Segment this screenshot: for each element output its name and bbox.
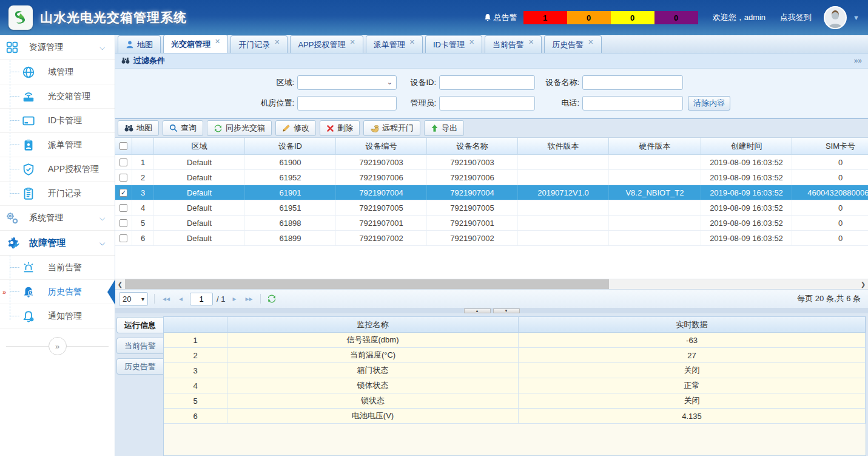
monitor-row[interactable]: 6 电池电压(V) 4.135 [164, 409, 866, 424]
alarm-count-badge[interactable]: 0 [567, 11, 611, 24]
monitor-tab[interactable]: 当前告警 [116, 338, 163, 354]
toolbar-button[interactable]: 导出 [424, 120, 464, 136]
scrollbar-thumb[interactable] [125, 279, 609, 289]
refresh-icon[interactable] [267, 294, 277, 304]
sidebar-item[interactable]: 光交箱管理 [0, 84, 115, 109]
sidebar-section-1[interactable]: 系统管理 ⌵ [0, 206, 115, 231]
close-icon[interactable]: ✕ [215, 33, 220, 50]
monitor-row[interactable]: 4 锁体状态 正常 [164, 378, 866, 393]
row-checkbox[interactable] [119, 158, 127, 166]
next-page-button[interactable]: ▸ [229, 294, 240, 303]
device-name-input[interactable] [582, 75, 683, 90]
last-page-button[interactable]: ▸▸ [243, 294, 254, 303]
expand-up-icon[interactable]: ▲ [464, 308, 491, 313]
column-header[interactable]: SIM卡号 [792, 138, 868, 154]
row-checkbox[interactable] [119, 219, 127, 227]
sidebar-item[interactable]: APP授权管理 [0, 157, 115, 182]
row-checkbox[interactable] [119, 204, 127, 212]
close-icon[interactable]: ✕ [349, 34, 355, 50]
sidebar-section-0[interactable]: 资源管理 ⌵ [0, 35, 115, 60]
column-header[interactable]: 区域 [154, 138, 245, 154]
table-row[interactable]: 2Default61952792190700679219070062019-08… [115, 170, 868, 185]
collapse-panel-icon[interactable]: »» [854, 56, 862, 65]
tab-3[interactable]: APP授权管理 ✕ [290, 35, 363, 53]
chevron-down-icon[interactable]: ▼ [853, 14, 860, 21]
table-row[interactable]: ✓ 3Default619017921907004792190700420190… [115, 185, 868, 200]
toolbar-button[interactable]: 删除 [320, 120, 360, 136]
prev-page-button[interactable]: ◂ [175, 294, 186, 303]
monitor-tab[interactable]: 运行信息 [116, 317, 163, 333]
column-header[interactable]: 设备ID [245, 138, 336, 154]
table-row[interactable]: 6Default61899792190700279219070022019-08… [115, 231, 868, 246]
column-header[interactable]: 硬件版本 [609, 138, 701, 154]
column-header[interactable]: 实时数据 [519, 317, 866, 332]
tab-5[interactable]: ID卡管理 ✕ [425, 35, 482, 53]
clear-button[interactable]: 清除内容 [688, 96, 730, 111]
user-avatar[interactable] [824, 6, 847, 29]
column-header[interactable]: 监控名称 [227, 317, 519, 332]
toolbar-button[interactable]: 地图 [118, 120, 159, 136]
column-header[interactable]: 创建时间 [701, 138, 792, 154]
monitor-row[interactable]: 2 当前温度(°C) 27 [164, 348, 866, 363]
filter-header[interactable]: 过滤条件 »» [115, 53, 868, 69]
monitor-tab[interactable]: 历史告警 [116, 358, 163, 375]
monitor-row[interactable]: 3 箱门状态 关闭 [164, 363, 866, 378]
row-checkbox[interactable] [119, 174, 127, 182]
manager-input[interactable] [439, 96, 535, 111]
pagination-bar: 20 ▾ ◂◂ ◂ / 1 ▸ ▸▸ 每页 20 条,共 6 条 [115, 289, 868, 308]
sidebar-item[interactable]: 派单管理 [0, 133, 115, 157]
close-icon[interactable]: ✕ [409, 34, 415, 50]
column-header[interactable]: 设备名称 [427, 138, 518, 154]
sidebar-item[interactable]: » 历史告警 [0, 280, 115, 304]
close-icon[interactable]: ✕ [588, 34, 593, 50]
tab-7[interactable]: 历史告警 ✕ [544, 35, 601, 53]
signin-link[interactable]: 点我签到 [780, 12, 812, 23]
page-size-select[interactable]: 20 ▾ [119, 292, 148, 306]
sidebar-item[interactable]: 域管理 [0, 60, 115, 84]
device-id-input[interactable] [439, 75, 535, 90]
sidebar-item[interactable]: 通知管理 [0, 304, 115, 328]
first-page-button[interactable]: ◂◂ [161, 294, 172, 303]
sidebar-section-2[interactable]: 故障管理 ⌵ [0, 231, 115, 256]
tab-6[interactable]: 当前告警 ✕ [485, 35, 542, 53]
room-location-input[interactable] [297, 96, 397, 111]
sidebar-item[interactable]: 当前告警 [0, 256, 115, 280]
page-number-input[interactable] [190, 293, 213, 305]
row-checkbox[interactable] [119, 234, 127, 242]
alarm-count-badge[interactable]: 0 [654, 11, 698, 24]
scroll-right-icon[interactable]: ❯ [858, 279, 868, 289]
close-icon[interactable]: ✕ [469, 34, 474, 50]
close-icon[interactable]: ✕ [274, 34, 280, 50]
sidebar-item[interactable]: 开门记录 [0, 182, 115, 206]
alarm-count-badge[interactable]: 1 [523, 11, 567, 24]
row-checkbox[interactable]: ✓ [119, 189, 127, 197]
collapse-down-icon[interactable]: ▼ [493, 308, 520, 313]
panel-splitter[interactable]: ▲ ▼ [115, 308, 868, 313]
phone-input[interactable] [582, 96, 683, 111]
scroll-left-icon[interactable]: ❮ [115, 279, 125, 289]
toolbar-button[interactable]: 远程开门 [363, 120, 420, 136]
tab-1[interactable]: 光交箱管理 ✕ [163, 35, 228, 53]
table-row[interactable]: 5Default61898792190700179219070012019-08… [115, 216, 868, 231]
horizontal-scrollbar[interactable]: ❮ ❯ [115, 279, 868, 289]
column-header[interactable]: 设备编号 [336, 138, 427, 154]
close-icon[interactable]: ✕ [528, 34, 534, 50]
toolbar-button[interactable]: 同步光交箱 [207, 120, 272, 136]
toolbar-button[interactable]: 修改 [275, 120, 316, 136]
monitor-row[interactable]: 1 信号强度(dbm) -63 [164, 333, 866, 348]
select-all-checkbox[interactable] [115, 138, 132, 154]
collapse-sidebar-button[interactable]: » [49, 337, 67, 355]
column-header[interactable]: 软件版本 [518, 138, 609, 154]
scrollbar-track[interactable] [125, 279, 858, 289]
toolbar-button[interactable]: 查询 [163, 120, 203, 136]
tab-0[interactable]: 地图 [118, 35, 161, 53]
tab-4[interactable]: 派单管理 ✕ [366, 35, 423, 53]
alarm-count-badge[interactable]: 0 [611, 11, 654, 24]
table-row[interactable]: 4Default61951792190700579219070052019-08… [115, 200, 868, 216]
monitor-row[interactable]: 5 锁状态 关闭 [164, 393, 866, 409]
sidebar-item[interactable]: ID卡管理 [0, 109, 115, 133]
region-select[interactable]: ⌄ [297, 75, 397, 90]
alarm-badges: 1000 [523, 11, 698, 24]
tab-2[interactable]: 开门记录 ✕ [230, 35, 288, 53]
table-row[interactable]: 1Default61900792190700379219070032019-08… [115, 155, 868, 170]
